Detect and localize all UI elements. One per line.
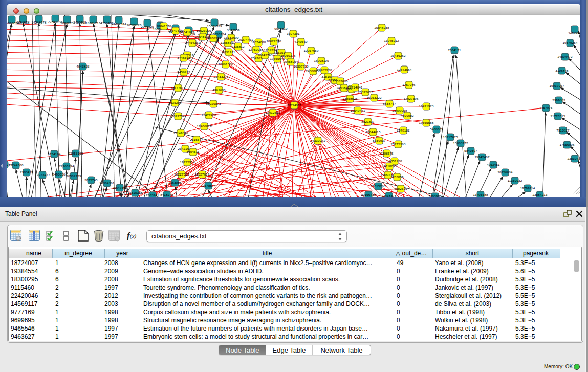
svg-text:21499058: 21499058 [392, 108, 407, 112]
svg-text:4952451: 4952451 [487, 163, 500, 166]
svg-text:11527619: 11527619 [195, 172, 210, 176]
svg-text:2946120: 2946120 [141, 25, 154, 28]
svg-text:19799114: 19799114 [520, 186, 535, 190]
svg-text:25533636: 25533636 [333, 79, 347, 83]
svg-text:3430558: 3430558 [73, 20, 86, 24]
svg-text:7303905: 7303905 [428, 194, 442, 197]
svg-text:20166438: 20166438 [361, 193, 376, 196]
svg-text:3106848: 3106848 [555, 69, 569, 72]
svg-text:2663941: 2663941 [146, 193, 159, 197]
svg-text:8418275: 8418275 [160, 193, 173, 196]
svg-text:21433273: 21433273 [213, 75, 228, 78]
svg-text:20392657: 20392657 [358, 90, 373, 94]
svg-text:13945012: 13945012 [384, 39, 399, 42]
svg-text:16908100: 16908100 [314, 59, 329, 62]
svg-text:5840397: 5840397 [464, 149, 477, 152]
svg-text:10661588: 10661588 [218, 62, 233, 66]
svg-text:25046038: 25046038 [374, 26, 389, 29]
svg-text:5468605: 5468605 [430, 127, 443, 131]
svg-text:12927396: 12927396 [403, 97, 418, 100]
svg-text:20647509: 20647509 [112, 186, 127, 189]
svg-text:24330241: 24330241 [310, 139, 325, 142]
svg-text:2978182: 2978182 [397, 128, 410, 132]
svg-text:4043823: 4043823 [76, 64, 90, 68]
svg-text:1757086: 1757086 [402, 83, 416, 86]
svg-text:3343959: 3343959 [227, 28, 240, 32]
svg-text:6061658: 6061658 [16, 20, 30, 24]
svg-text:3307301: 3307301 [287, 32, 300, 35]
svg-text:13132690: 13132690 [224, 36, 238, 39]
svg-text:18981216: 18981216 [85, 21, 100, 25]
svg-text:19973477: 19973477 [35, 173, 50, 177]
svg-text:14248078: 14248078 [31, 20, 46, 24]
svg-text:5339937: 5339937 [373, 139, 386, 142]
svg-text:6582326: 6582326 [394, 187, 407, 190]
svg-text:4457975: 4457975 [539, 106, 553, 110]
svg-text:14118095: 14118095 [382, 164, 397, 168]
svg-text:12750036: 12750036 [248, 48, 263, 51]
svg-text:16623006: 16623006 [196, 29, 211, 32]
svg-text:22160294: 22160294 [59, 164, 74, 168]
svg-text:15029873: 15029873 [206, 102, 221, 105]
svg-text:6535209: 6535209 [168, 101, 182, 104]
svg-text:18724007: 18724007 [288, 104, 301, 107]
svg-text:9308575: 9308575 [380, 151, 394, 155]
svg-text:20458054: 20458054 [283, 60, 298, 63]
svg-text:14310388: 14310388 [127, 191, 142, 194]
svg-text:20555120: 20555120 [126, 23, 141, 27]
svg-text:23285250: 23285250 [317, 68, 332, 72]
svg-text:20156684: 20156684 [497, 170, 512, 174]
svg-text:16491923: 16491923 [419, 104, 433, 108]
svg-text:7910827: 7910827 [556, 128, 570, 132]
svg-text:8321837: 8321837 [361, 120, 375, 123]
svg-text:23884213: 23884213 [532, 193, 547, 196]
svg-text:13495588: 13495588 [473, 193, 488, 196]
svg-text:2563055: 2563055 [168, 181, 182, 184]
svg-text:20943743: 20943743 [257, 53, 272, 57]
svg-text:7031971: 7031971 [222, 50, 235, 54]
svg-text:11350932: 11350932 [508, 179, 522, 182]
svg-text:24894472: 24894472 [557, 55, 572, 58]
svg-text:2999883: 2999883 [552, 98, 565, 102]
svg-text:18622670: 18622670 [266, 39, 281, 43]
svg-text:19142407: 19142407 [474, 155, 489, 159]
svg-text:23858526: 23858526 [342, 97, 357, 100]
svg-text:11074688: 11074688 [251, 40, 266, 44]
svg-text:19379254: 19379254 [562, 41, 577, 45]
svg-text:12477488: 12477488 [201, 113, 216, 117]
svg-text:11541029: 11541029 [180, 30, 195, 34]
svg-text:3703859: 3703859 [390, 175, 404, 179]
svg-text:12643564: 12643564 [397, 68, 411, 71]
svg-text:16307710: 16307710 [293, 64, 308, 68]
svg-text:15031529: 15031529 [207, 24, 222, 28]
svg-text:22714041: 22714041 [347, 85, 362, 89]
svg-text:4269227: 4269227 [568, 31, 580, 34]
svg-text:19725914: 19725914 [180, 160, 194, 164]
svg-text:23436262: 23436262 [390, 54, 405, 57]
svg-text:18177615: 18177615 [170, 86, 185, 90]
svg-text:18841570: 18841570 [156, 24, 171, 28]
svg-text:15953222: 15953222 [366, 96, 381, 99]
svg-text:4929082: 4929082 [401, 114, 414, 117]
svg-text:14351230: 14351230 [387, 159, 402, 163]
svg-text:6638767: 6638767 [383, 102, 396, 105]
svg-text:20364361: 20364361 [99, 181, 114, 185]
svg-text:20515263: 20515263 [371, 184, 385, 188]
svg-text:10644615: 10644615 [365, 130, 380, 134]
svg-text:10549441: 10549441 [350, 108, 365, 112]
svg-text:10057659: 10057659 [303, 49, 318, 52]
svg-text:8490656: 8490656 [52, 172, 66, 176]
svg-text:7064171: 7064171 [448, 48, 461, 52]
svg-text:2315577: 2315577 [190, 138, 203, 141]
svg-text:3746598: 3746598 [177, 56, 190, 59]
svg-text:4140560: 4140560 [294, 40, 308, 43]
svg-text:17565588: 17565588 [419, 121, 433, 124]
svg-text:15063972: 15063972 [453, 141, 468, 145]
svg-text:2983419: 2983419 [20, 170, 33, 174]
svg-text:3075745: 3075745 [84, 178, 98, 182]
svg-text:(x): (x) [130, 233, 137, 239]
svg-text:3456213: 3456213 [177, 70, 190, 74]
svg-text:22438378: 22438378 [381, 194, 396, 197]
svg-text:23830434: 23830434 [567, 157, 580, 160]
svg-text:17656906: 17656906 [559, 143, 574, 146]
